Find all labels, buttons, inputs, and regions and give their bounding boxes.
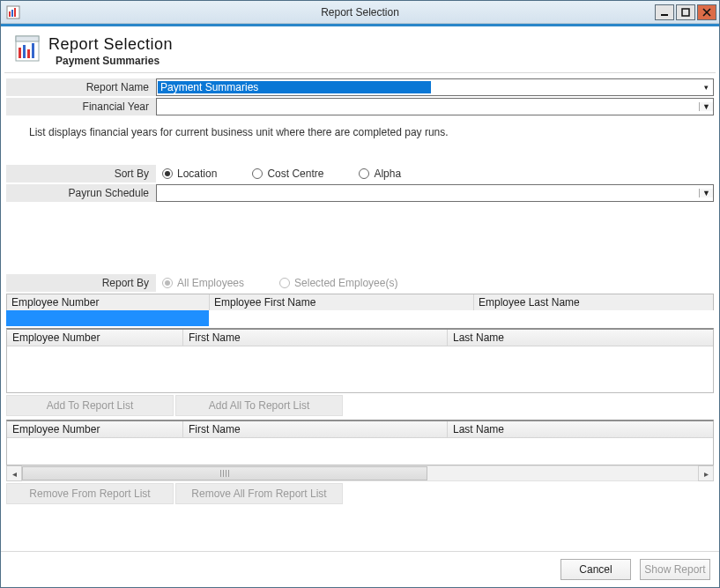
scroll-right-button[interactable]: ▸: [698, 465, 714, 481]
filter-col-last-name[interactable]: Employee Last Name: [474, 294, 713, 310]
page-header: Report Selection Payment Summaries: [1, 26, 719, 72]
titlebar: Report Selection: [1, 1, 719, 24]
filter-col-first-name[interactable]: Employee First Name: [210, 294, 474, 310]
radio-icon: [162, 168, 173, 179]
filter-input-first-name[interactable]: [209, 310, 473, 326]
svg-rect-2: [11, 10, 13, 17]
row-sort-by: Sort By Location Cost Centre Alpha: [6, 165, 714, 182]
payrun-schedule-value: [157, 192, 699, 194]
cancel-button[interactable]: Cancel: [560, 559, 631, 580]
page-subtitle: Payment Summaries: [56, 55, 173, 67]
grid-body[interactable]: [7, 346, 713, 392]
report-by-all-employees-radio: All Employees: [162, 277, 244, 289]
window-title: Report Selection: [1, 6, 719, 19]
selected-employees-grid[interactable]: Employee Number First Name Last Name: [6, 420, 714, 465]
remove-all-from-report-list-button: Remove All From Report List: [175, 483, 343, 504]
svg-rect-8: [19, 48, 21, 58]
chevron-down-icon: ▼: [699, 189, 713, 197]
report-name-value: Payment Summaries: [158, 81, 431, 93]
svg-rect-1: [9, 11, 11, 17]
svg-rect-7: [16, 36, 39, 41]
add-all-to-report-list-button: Add All To Report List: [175, 395, 343, 416]
app-icon: [4, 4, 22, 21]
radio-icon: [279, 278, 290, 288]
close-button[interactable]: [697, 4, 716, 20]
radio-label: Selected Employee(s): [294, 277, 397, 289]
filter-input-employee-number[interactable]: [6, 310, 209, 326]
financial-year-value: [157, 106, 699, 108]
col-first-name[interactable]: First Name: [183, 421, 448, 437]
radio-icon: [359, 168, 369, 179]
minimize-button[interactable]: [655, 4, 674, 20]
svg-rect-4: [661, 14, 668, 16]
sort-by-cost-centre-radio[interactable]: Cost Centre: [252, 167, 323, 180]
svg-rect-10: [27, 49, 30, 58]
grid-horizontal-scrollbar[interactable]: ◂ ▸: [6, 465, 714, 481]
chevron-down-icon: ▼: [699, 102, 713, 111]
page-title: Report Selection: [48, 35, 173, 54]
row-report-name: Report Name Payment Summaries ▾: [6, 78, 714, 96]
available-employees-grid[interactable]: Employee Number First Name Last Name: [6, 328, 714, 393]
report-by-radio-group: All Employees Selected Employee(s): [156, 274, 714, 292]
dialog-footer: Cancel Show Report: [1, 551, 719, 587]
grid-header: Employee Number First Name Last Name: [7, 330, 713, 346]
add-button-row: Add To Report List Add All To Report Lis…: [6, 395, 714, 416]
col-last-name[interactable]: Last Name: [448, 421, 713, 437]
col-employee-number[interactable]: Employee Number: [7, 421, 183, 437]
label-financial-year: Financial Year: [6, 98, 156, 115]
add-to-report-list-button: Add To Report List: [6, 395, 174, 416]
maximize-button[interactable]: [676, 4, 695, 20]
col-first-name[interactable]: First Name: [183, 330, 448, 346]
window-controls: [655, 4, 719, 20]
col-employee-number[interactable]: Employee Number: [7, 330, 183, 346]
report-icon: [15, 35, 40, 62]
scroll-left-button[interactable]: ◂: [6, 465, 22, 481]
header-divider: [4, 72, 716, 73]
svg-rect-5: [682, 9, 689, 16]
grid-body[interactable]: [7, 438, 713, 465]
report-name-combo[interactable]: Payment Summaries ▾: [156, 78, 714, 96]
employee-filter-header: Employee Number Employee First Name Empl…: [6, 294, 714, 310]
sort-by-location-radio[interactable]: Location: [162, 167, 217, 180]
remove-from-report-list-button: Remove From Report List: [6, 483, 174, 504]
chevron-down-icon: ▾: [699, 83, 713, 92]
sort-by-radio-group: Location Cost Centre Alpha: [156, 165, 714, 182]
radio-label: Cost Centre: [267, 167, 323, 180]
svg-rect-9: [23, 45, 26, 58]
radio-icon: [162, 278, 173, 288]
payrun-schedule-combo[interactable]: ▼: [156, 184, 714, 202]
window-frame: Report Selection Re: [0, 0, 720, 588]
filter-input-last-name[interactable]: [473, 310, 714, 326]
label-sort-by: Sort By: [6, 165, 156, 182]
scroll-track[interactable]: [22, 465, 698, 481]
row-report-by: Report By All Employees Selected Employe…: [6, 274, 714, 292]
svg-rect-11: [32, 43, 34, 58]
label-report-by: Report By: [6, 274, 156, 292]
employee-filter-row: [6, 310, 714, 326]
radio-label: All Employees: [177, 277, 244, 289]
radio-icon: [252, 168, 263, 179]
sort-by-alpha-radio[interactable]: Alpha: [359, 167, 401, 180]
svg-rect-3: [14, 8, 16, 17]
grid-header: Employee Number First Name Last Name: [7, 421, 713, 438]
label-report-name: Report Name: [6, 78, 156, 96]
financial-year-combo[interactable]: ▼: [156, 98, 714, 115]
show-report-button: Show Report: [640, 559, 710, 580]
col-last-name[interactable]: Last Name: [448, 330, 713, 346]
scroll-thumb[interactable]: [22, 466, 427, 480]
filter-col-employee-number[interactable]: Employee Number: [7, 294, 210, 310]
row-financial-year: Financial Year ▼: [6, 98, 714, 115]
remove-button-row: Remove From Report List Remove All From …: [6, 483, 714, 504]
financial-year-hint: List displays financial years for curren…: [29, 126, 705, 138]
report-by-selected-employees-radio: Selected Employee(s): [279, 277, 397, 289]
label-payrun-schedule: Payrun Schedule: [6, 184, 156, 202]
row-payrun-schedule: Payrun Schedule ▼: [6, 184, 714, 202]
radio-label: Alpha: [374, 167, 401, 180]
radio-label: Location: [177, 167, 217, 180]
